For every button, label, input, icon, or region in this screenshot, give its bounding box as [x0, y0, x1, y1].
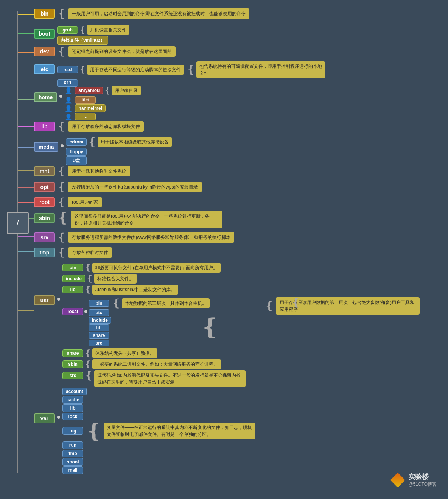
bin-row: bin ❴ 一般用户可用，启动时会用到的命令;即在文件系统还没有被挂载时，也能够…	[34, 8, 249, 19]
var-lib: lib	[62, 404, 83, 412]
usr-include: include	[62, 275, 85, 282]
local-src: src	[89, 340, 109, 346]
bin-desc: 一般用户可用，启动时会用到的命令;即在文件系统还没有被挂载时，也能够便用的命令	[68, 8, 249, 19]
boot-node: boot	[34, 29, 55, 39]
opt-node: opt	[34, 182, 55, 192]
var-mail: mail	[62, 466, 83, 474]
media-usb: U盘	[66, 156, 87, 165]
watermark: 实验楼 @51CTO博客	[390, 472, 437, 488]
media-node: media	[34, 142, 58, 152]
home-hanmeimei: hanmeimei	[75, 104, 106, 112]
media-row: media cdrom ❴ 用于挂载本地磁盘或其他存储设备 floppy U盘	[34, 135, 172, 165]
lib-row: lib ❴ 用于存放程序的动态库和模块文件	[34, 121, 144, 132]
usr-sbin-desc: 非必要的系统二进制文件。例如：大量网络服务的守护进程。	[92, 359, 221, 369]
local-desc: 本地数据的第三层次，具体到本台主机。	[122, 298, 210, 308]
home-lilei: lilei	[75, 96, 96, 104]
sbin-desc: 这里面很多只能是root用户才能执行的命令，一些系统进行更新，备份，还原和开关机…	[71, 211, 222, 228]
local-share: share	[89, 332, 109, 339]
usr-bin: bin	[62, 264, 83, 271]
watermark-sub: @51CTO博客	[408, 481, 437, 488]
root-node: /	[7, 212, 29, 234]
root-dir-row: root ❴ root用户的家	[34, 197, 102, 207]
tmp-node: tmp	[34, 248, 55, 257]
local-include: include	[89, 317, 111, 324]
lib-desc: 用于存放程序的动态库和模块文件	[68, 121, 144, 132]
tmp-desc: 存放各种临时文件	[68, 247, 112, 258]
lib-node: lib	[34, 122, 55, 131]
etc-row: etc rc.d ❴ 用于存放不同运行等级的启动脚本的链接文件 ❴ 包含系统特有…	[34, 60, 325, 87]
dev-node: dev	[34, 47, 55, 56]
usr-row: usr bin ❴ 非必要可执行文件 (在单用户模式中不需要)；面向所有用户。 …	[34, 261, 246, 387]
home-more: …	[75, 113, 96, 120]
bin-node: bin	[34, 9, 55, 19]
sbin-node: sbin	[34, 213, 55, 223]
etc-rcd: rc.d	[57, 66, 78, 73]
mnt-row: mnt ❴ 用于挂载其他临时文件系统	[34, 166, 130, 176]
usr-sbin: sbin	[62, 360, 83, 368]
var-node: var	[34, 413, 55, 423]
boot-grub: grub	[57, 26, 78, 34]
usr-local: local	[62, 308, 83, 315]
etc-subdesc: 用于存放不同运行等级的启动脚本的链接文件	[87, 65, 184, 75]
var-row: var account cache lib lock log ❴ 变量文件——在…	[34, 386, 255, 474]
boot-desc: 开机设置相关文件	[87, 25, 129, 35]
etc-node: etc	[34, 64, 55, 74]
watermark-name: 实验楼	[408, 472, 437, 481]
media-cdrom: cdrom	[66, 138, 87, 146]
mnt-desc: 用于挂载其他临时文件系统	[68, 166, 130, 176]
usr-include-desc: 标准包含头文件。	[94, 274, 137, 284]
media-desc: 用于挂载本地磁盘或其他存储设备	[98, 137, 172, 147]
usr-src-desc: 源代码,例如:内核源代码及其头文件。不过一般的发行版是不会保留内核源码在这里的，…	[94, 370, 246, 387]
dev-row: dev ❴ 还记得之前提到的设备文件么，就是放在这里面的	[34, 46, 176, 57]
tmp-row: tmp ❴ 存放各种临时文件	[34, 247, 112, 258]
var-tmp: tmp	[62, 450, 83, 457]
usr-lib: lib	[62, 286, 83, 293]
usr-lib-desc: /usr/bin/和/usr/sbin/中二进制文件的库。	[92, 285, 178, 295]
home-row: home 👤 shiyanlou ❴ 用户家目录 👤 lilei 👤 hanme…	[34, 84, 141, 120]
usr-bin-desc: 非必要可执行文件 (在单用户模式中不需要)；面向所有用户。	[92, 263, 221, 273]
usr-share: share	[62, 349, 83, 357]
sbin-row: sbin ❴ 这里面很多只能是root用户才能执行的命令，一些系统进行更新，备份…	[34, 211, 222, 228]
usr-share-desc: 体系结构无关（共享）数据。	[92, 348, 157, 358]
mnt-node: mnt	[34, 166, 55, 176]
usr-right-desc-wrapper: ❴ 用于存储只读用户数据的第二层次；包含绝大多数的(多)用户工具和应用程序	[265, 297, 420, 315]
local-lib: lib	[89, 324, 109, 331]
etc-desc: 包含系统特有的可编辑配置文件，即用于控制程序运行的本地文件	[196, 61, 325, 78]
var-run: run	[62, 441, 83, 449]
var-spool: spool	[62, 458, 83, 466]
usr-node: usr	[34, 295, 55, 305]
boot-row: boot grub ❴ 开机设置相关文件 内核文件（vmlinuz）	[34, 23, 129, 45]
usr-src: src	[62, 372, 83, 379]
opt-desc: 发行版附加的一些软件包(如ubuntu kylin附带的wps)的安装目录	[68, 182, 202, 192]
home-shiyanlou: shiyanlou	[75, 87, 103, 94]
var-log: log	[62, 427, 83, 435]
dev-desc: 还记得之前提到的设备文件么，就是放在这里面的	[68, 46, 176, 57]
media-floppy: floppy	[66, 148, 87, 156]
opt-row: opt ❴ 发行版附加的一些软件包(如ubuntu kylin附带的wps)的安…	[34, 182, 202, 192]
root-dir-node: root	[34, 197, 55, 207]
var-desc: 变量文件——在正常运行的系统中其内容不断变化的文件，如日志，脱机文件和临时电子邮…	[104, 423, 255, 439]
srv-node: srv	[34, 232, 55, 242]
local-bin: bin	[89, 300, 109, 307]
var-lock: lock	[62, 413, 83, 420]
local-etc: etc	[89, 309, 109, 316]
boot-vmlinuz: 内核文件（vmlinuz）	[57, 36, 108, 45]
srv-row: srv ❴ 存放服务进程所需的数据文件(如www网络服务和ftp服务)和一些服务…	[34, 232, 234, 243]
home-node: home	[34, 92, 57, 102]
var-account: account	[62, 388, 87, 395]
root-dir-desc: root用户的家	[68, 197, 102, 207]
home-desc: 用户家目录	[112, 86, 141, 95]
root-label: /	[17, 218, 19, 228]
srv-desc: 存放服务进程所需的数据文件(如www网络服务和ftp服务)和一些服务的执行脚本	[68, 232, 234, 243]
var-cache: cache	[62, 396, 83, 404]
